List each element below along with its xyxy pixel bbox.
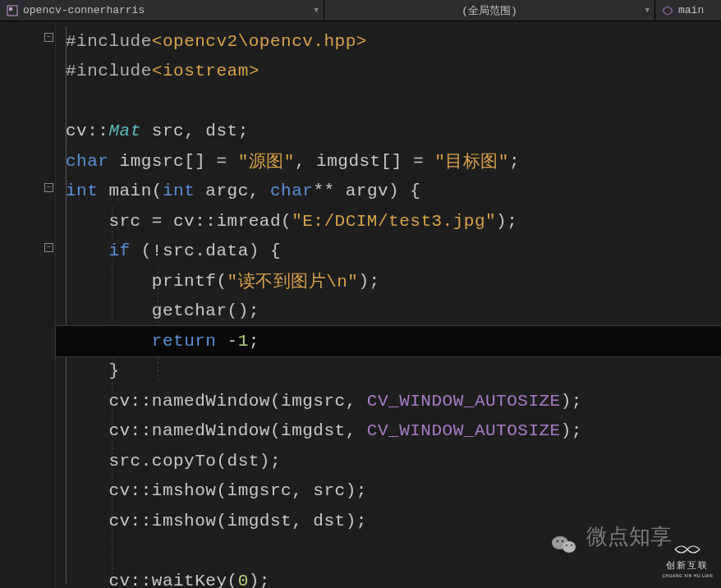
scope-label: (全局范围) xyxy=(462,3,517,18)
watermark-logo: 创新互联 CHUANG XIN HU LIAN xyxy=(662,541,713,578)
code-line: char imgsrc[] = "源图", imgdst[] = "目标图"; xyxy=(56,146,721,177)
code-line: printf("读不到图片\n"); xyxy=(56,266,721,296)
svg-point-7 xyxy=(571,544,572,546)
code-line: cv::waitKey(0); xyxy=(56,566,721,588)
code-line: #include <iostream> xyxy=(56,57,721,87)
code-line: if (!src.data) { xyxy=(56,237,721,267)
code-line: cv::Mat src, dst; xyxy=(56,117,721,147)
fold-toggle[interactable]: − xyxy=(44,243,53,252)
navigation-bar: opencv-connerharris ▼ (全局范围) ▼ main xyxy=(0,0,721,21)
svg-rect-1 xyxy=(9,7,12,11)
code-editor[interactable]: − − − #include <opencv2\opencv.hpp> #inc… xyxy=(0,21,721,588)
code-line: #include <opencv2\opencv.hpp> xyxy=(56,26,721,57)
project-icon xyxy=(7,5,18,16)
code-line: src.copyTo(dst); xyxy=(56,446,721,476)
project-label: opencv-connerharris xyxy=(23,4,145,16)
logo-icon xyxy=(673,541,701,558)
svg-point-3 xyxy=(563,541,576,553)
watermark-text: 微点知享 xyxy=(586,522,672,551)
code-line: cv::namedWindow(imgsrc, CV_WINDOW_AUTOSI… xyxy=(56,386,721,416)
fold-toggle[interactable]: − xyxy=(44,33,53,42)
code-line: cv::namedWindow(imgdst, CV_WINDOW_AUTOSI… xyxy=(56,416,721,447)
code-line: cv::imshow(imgsrc, src); xyxy=(56,476,721,507)
code-area[interactable]: #include <opencv2\opencv.hpp> #include <… xyxy=(56,21,721,588)
cube-icon xyxy=(662,5,673,16)
code-line xyxy=(56,86,721,117)
project-dropdown[interactable]: opencv-connerharris ▼ xyxy=(0,0,324,21)
editor-gutter: − − − xyxy=(0,21,56,588)
fold-toggle[interactable]: − xyxy=(44,183,53,192)
chevron-down-icon: ▼ xyxy=(315,7,319,15)
code-line: } xyxy=(56,356,721,387)
code-line: int main(int argc, char** argv) { xyxy=(56,177,721,207)
wechat-icon xyxy=(551,534,577,555)
code-line: src = cv::imread("E:/DCIM/test3.jpg"); xyxy=(56,206,721,237)
code-line-current: return -1; xyxy=(56,326,721,356)
member-dropdown[interactable]: main xyxy=(655,0,721,21)
member-label: main xyxy=(678,4,704,16)
svg-point-6 xyxy=(566,544,567,546)
scope-dropdown[interactable]: (全局范围) ▼ xyxy=(324,0,655,21)
chevron-down-icon: ▼ xyxy=(645,7,650,15)
svg-point-4 xyxy=(557,540,558,542)
svg-point-5 xyxy=(562,540,563,542)
code-line: getchar(); xyxy=(56,296,721,327)
